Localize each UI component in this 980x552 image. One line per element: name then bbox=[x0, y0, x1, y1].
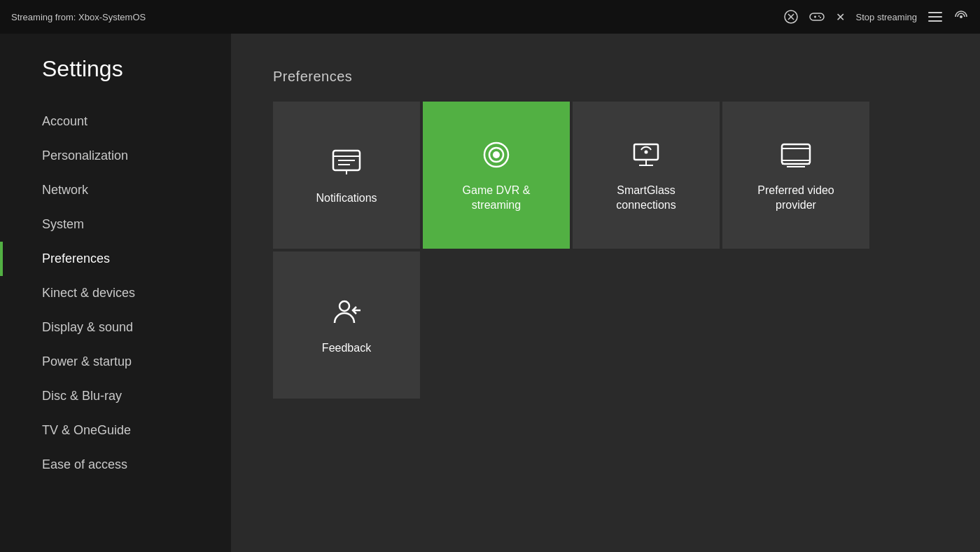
tile-game-dvr[interactable]: Game DVR &streaming bbox=[423, 102, 570, 249]
sidebar-item-power[interactable]: Power & startup bbox=[0, 345, 231, 379]
sidebar-item-ease[interactable]: Ease of access bbox=[0, 448, 231, 482]
svg-rect-1 bbox=[810, 13, 824, 20]
game-dvr-label: Game DVR &streaming bbox=[463, 184, 531, 213]
smartglass-icon bbox=[629, 137, 664, 172]
notifications-label: Notifications bbox=[316, 191, 377, 206]
sidebar-item-display[interactable]: Display & sound bbox=[0, 310, 231, 345]
close-icon[interactable]: ✕ bbox=[836, 11, 845, 24]
topbar-icons: ✕ Stop streaming bbox=[784, 10, 969, 24]
svg-rect-6 bbox=[928, 12, 942, 13]
tile-feedback[interactable]: Feedback bbox=[273, 251, 420, 399]
preferred-video-label: Preferred videoprovider bbox=[757, 184, 834, 213]
feedback-label: Feedback bbox=[322, 341, 371, 356]
tiles-grid: Notifications Game DVR &streaming bbox=[273, 102, 938, 399]
sidebar-item-personalization[interactable]: Personalization bbox=[0, 139, 231, 173]
notifications-icon bbox=[329, 145, 364, 180]
sidebar-item-system[interactable]: System bbox=[0, 207, 231, 242]
video-icon bbox=[778, 137, 813, 172]
tile-smartglass[interactable]: SmartGlassconnections bbox=[573, 102, 720, 249]
sidebar-item-account[interactable]: Account bbox=[0, 104, 231, 139]
svg-point-19 bbox=[645, 151, 648, 154]
feedback-icon bbox=[329, 295, 364, 330]
tile-notifications[interactable]: Notifications bbox=[273, 102, 420, 249]
signal-icon bbox=[953, 11, 969, 23]
sidebar-item-preferences[interactable]: Preferences bbox=[0, 242, 231, 276]
svg-point-5 bbox=[820, 17, 821, 18]
svg-point-15 bbox=[493, 151, 500, 158]
sidebar-item-tv[interactable]: TV & OneGuide bbox=[0, 413, 231, 448]
sidebar-item-kinect[interactable]: Kinect & devices bbox=[0, 276, 231, 310]
sidebar: Settings Account Personalization Network… bbox=[0, 34, 231, 552]
sidebar-item-disc[interactable]: Disc & Blu-ray bbox=[0, 379, 231, 413]
content-area: Preferences Notifications bbox=[231, 34, 980, 552]
broadcast-icon bbox=[479, 137, 514, 172]
stop-streaming-button[interactable]: Stop streaming bbox=[856, 12, 917, 22]
svg-point-25 bbox=[340, 301, 349, 311]
main-layout: Settings Account Personalization Network… bbox=[0, 34, 980, 552]
tile-preferred-video[interactable]: Preferred videoprovider bbox=[722, 102, 869, 249]
svg-rect-7 bbox=[928, 16, 942, 18]
sidebar-item-network[interactable]: Network bbox=[0, 173, 231, 207]
xbox-icon[interactable] bbox=[784, 10, 798, 24]
topbar: Streaming from: Xbox-SystemOS ✕ Stop str… bbox=[0, 0, 980, 34]
svg-rect-8 bbox=[928, 20, 942, 22]
menu-icon[interactable] bbox=[928, 12, 942, 22]
svg-point-4 bbox=[818, 15, 820, 17]
smartglass-label: SmartGlassconnections bbox=[616, 184, 676, 213]
svg-point-9 bbox=[960, 15, 962, 18]
sidebar-heading: Settings bbox=[0, 56, 231, 104]
section-title: Preferences bbox=[273, 69, 938, 85]
controller-icon[interactable] bbox=[809, 11, 825, 22]
streaming-title: Streaming from: Xbox-SystemOS bbox=[11, 12, 776, 22]
